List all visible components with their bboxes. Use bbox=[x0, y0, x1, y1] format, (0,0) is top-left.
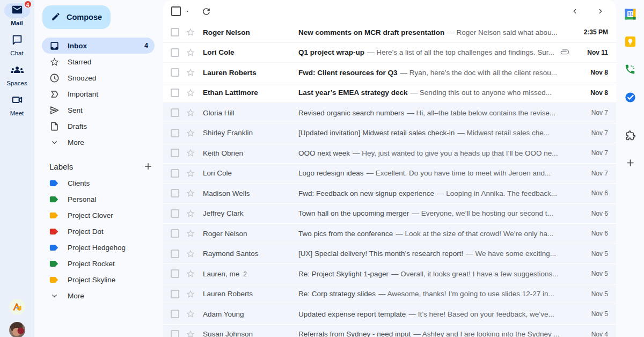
email-sender: Gloria Hill bbox=[203, 109, 298, 117]
newer-page-icon[interactable] bbox=[569, 5, 581, 17]
rail-item-chat[interactable]: Chat bbox=[4, 33, 30, 56]
tasks-icon[interactable] bbox=[624, 91, 636, 104]
row-checkbox[interactable] bbox=[171, 149, 179, 157]
rail-item-spaces[interactable]: Spaces bbox=[4, 63, 30, 86]
email-row[interactable]: Madison Wells Fwd: Feedback on new signu… bbox=[163, 184, 616, 204]
row-checkbox[interactable] bbox=[171, 250, 179, 258]
rail-label-spaces: Spaces bbox=[6, 80, 27, 86]
sidebar-item-important[interactable]: Important bbox=[42, 86, 155, 102]
sidebar-label-item[interactable]: Project Skyline bbox=[42, 272, 155, 288]
row-checkbox[interactable] bbox=[171, 89, 179, 97]
spaces-pill bbox=[4, 63, 30, 78]
row-star-icon[interactable] bbox=[186, 169, 195, 178]
row-star-icon[interactable] bbox=[186, 229, 195, 238]
email-row[interactable]: Lori Cole Logo redesign ideas— Excellent… bbox=[163, 164, 616, 184]
row-star-icon[interactable] bbox=[186, 27, 195, 37]
keep-icon[interactable] bbox=[624, 35, 636, 48]
row-checkbox[interactable] bbox=[171, 310, 179, 318]
row-star-icon[interactable] bbox=[186, 108, 195, 118]
sidebar-labels-more[interactable]: More bbox=[42, 288, 155, 304]
email-preview: Re: Project Skylight 1-pager— Overall, i… bbox=[298, 270, 575, 278]
row-checkbox[interactable] bbox=[171, 189, 179, 197]
row-checkbox[interactable] bbox=[171, 209, 179, 218]
row-checkbox[interactable] bbox=[171, 169, 179, 178]
email-date: Nov 6 bbox=[579, 210, 608, 217]
sidebar-item-starred[interactable]: Starred bbox=[42, 54, 155, 70]
email-row[interactable]: Lori Cole Q1 project wrap-up— Here’s a l… bbox=[163, 43, 616, 63]
rail-item-meet[interactable]: Meet bbox=[4, 93, 30, 116]
row-checkbox[interactable] bbox=[171, 48, 179, 57]
email-row[interactable]: Keith Obrien OOO next week— Hey, just wa… bbox=[163, 143, 616, 164]
row-checkbox[interactable] bbox=[171, 269, 179, 278]
compose-button[interactable]: Compose bbox=[42, 5, 111, 29]
row-checkbox[interactable] bbox=[171, 290, 179, 298]
email-snippet: — Look at the size of that crowd! We’re … bbox=[396, 230, 553, 238]
sidebar-item-more[interactable]: More bbox=[42, 134, 155, 150]
email-sender: Susan Johnson bbox=[203, 330, 298, 337]
sidebar-label-item[interactable]: Project Dot bbox=[42, 223, 155, 239]
email-row[interactable]: Lauren Roberts Re: Corp strategy slides—… bbox=[163, 284, 616, 305]
email-row[interactable]: Lauren Roberts Fwd: Client resources for… bbox=[163, 63, 616, 83]
label-name: Project Dot bbox=[68, 228, 104, 236]
row-star-icon[interactable] bbox=[186, 88, 195, 98]
row-star-icon[interactable] bbox=[186, 289, 195, 299]
row-star-icon[interactable] bbox=[186, 209, 195, 218]
email-subject: New comments on MCR draft presentation bbox=[298, 28, 444, 36]
sidebar-item-sent[interactable]: Sent bbox=[42, 102, 155, 118]
row-star-icon[interactable] bbox=[186, 309, 195, 319]
row-star-icon[interactable] bbox=[186, 329, 195, 337]
older-page-icon[interactable] bbox=[595, 5, 606, 17]
email-row[interactable]: Raymond Santos [UX] Special delivery! Th… bbox=[163, 244, 616, 265]
email-preview: New comments on MCR draft presentation— … bbox=[298, 28, 575, 36]
sidebar-item-snoozed[interactable]: Snoozed bbox=[42, 70, 155, 86]
meet-icon bbox=[11, 94, 23, 108]
label-tag-icon bbox=[49, 274, 60, 285]
row-checkbox[interactable] bbox=[171, 129, 179, 137]
row-star-icon[interactable] bbox=[186, 249, 195, 259]
row-checkbox[interactable] bbox=[171, 28, 179, 36]
email-date: Nov 7 bbox=[579, 149, 608, 157]
refresh-icon[interactable] bbox=[201, 6, 211, 17]
sidebar-label-item[interactable]: Personal bbox=[42, 191, 155, 207]
row-star-icon[interactable] bbox=[186, 128, 195, 138]
calendar-icon[interactable]: 31 bbox=[624, 8, 637, 21]
email-row[interactable]: Susan Johnson Referrals from Sydney - ne… bbox=[163, 325, 616, 337]
row-star-icon[interactable] bbox=[186, 68, 195, 77]
sidebar-label-item[interactable]: Project Clover bbox=[42, 207, 155, 223]
row-star-icon[interactable] bbox=[186, 148, 195, 158]
row-checkbox[interactable] bbox=[171, 330, 179, 337]
rail-item-mail[interactable]: 4 Mail bbox=[4, 3, 30, 26]
email-row[interactable]: Roger Nelson Two pics from the conferenc… bbox=[163, 224, 616, 244]
sidebar-item-inbox[interactable]: Inbox 4 bbox=[42, 38, 155, 54]
email-row[interactable]: Gloria Hill Revised organic search numbe… bbox=[163, 103, 616, 123]
mail-pill: 4 bbox=[4, 3, 30, 18]
email-row[interactable]: Shirley Franklin [Updated invitation] Mi… bbox=[163, 123, 616, 144]
sidebar-label-item[interactable]: Clients bbox=[42, 175, 155, 191]
email-row[interactable]: Jeffrey Clark Town hall on the upcoming … bbox=[163, 204, 616, 224]
email-subject: [Updated invitation] Midwest retail sale… bbox=[298, 129, 455, 137]
email-sender: Lauren Roberts bbox=[203, 290, 298, 298]
row-star-icon[interactable] bbox=[186, 188, 195, 198]
email-sender: Roger Nelson bbox=[203, 28, 298, 36]
email-row[interactable]: Ethan Lattimore Last year’s EMEA strateg… bbox=[163, 83, 616, 104]
sidebar-label-item[interactable]: Project Hedgehog bbox=[42, 239, 155, 255]
row-star-icon[interactable] bbox=[186, 269, 195, 279]
email-row[interactable]: Roger Nelson New comments on MCR draft p… bbox=[163, 23, 616, 43]
sidebar-label-item[interactable]: Project Rocket bbox=[42, 255, 155, 272]
add-label-button[interactable] bbox=[142, 160, 155, 173]
email-row[interactable]: Lauren, me2 Re: Project Skylight 1-pager… bbox=[163, 264, 616, 284]
user-avatar[interactable] bbox=[9, 322, 25, 337]
row-star-icon[interactable] bbox=[186, 48, 195, 57]
select-all-checkbox[interactable] bbox=[171, 6, 181, 16]
extensions-icon[interactable] bbox=[625, 130, 636, 141]
sidebar-item-drafts[interactable]: Drafts bbox=[42, 118, 155, 134]
side-panel-rail: 31 bbox=[616, 0, 644, 337]
select-dropdown-icon[interactable] bbox=[184, 8, 191, 14]
row-checkbox[interactable] bbox=[171, 108, 179, 117]
label-tag-icon bbox=[49, 258, 60, 269]
get-addons-icon[interactable] bbox=[625, 158, 635, 168]
voice-icon[interactable] bbox=[624, 63, 636, 75]
email-row[interactable]: Adam Young Updated expense report templa… bbox=[163, 304, 616, 325]
row-checkbox[interactable] bbox=[171, 229, 179, 238]
row-checkbox[interactable] bbox=[171, 68, 179, 77]
